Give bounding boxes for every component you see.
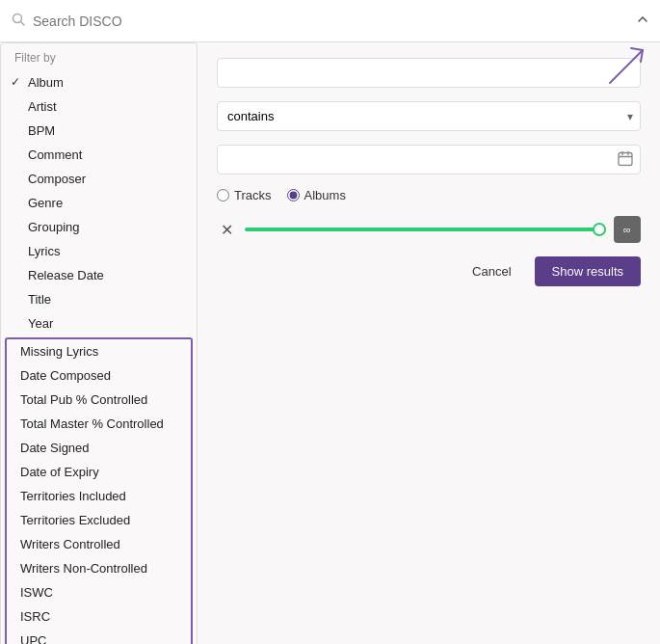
action-row: Cancel Show results — [217, 256, 641, 286]
filter-select-1[interactable]: contains is is not — [217, 101, 641, 131]
menu-item-date-expiry[interactable]: Date of Expiry — [7, 460, 191, 484]
menu-item-total-pub[interactable]: Total Pub % Controlled — [7, 388, 191, 412]
menu-item-writers-non-controlled[interactable]: Writers Non-Controlled — [7, 556, 191, 580]
menu-item-genre[interactable]: Genre — [1, 191, 197, 215]
menu-item-composer[interactable]: Composer — [1, 167, 197, 191]
range-end-label: ∞ — [623, 224, 631, 235]
radio-tracks[interactable] — [217, 189, 229, 201]
menu-item-year[interactable]: Year — [1, 311, 197, 335]
close-button[interactable]: ✕ — [217, 221, 237, 239]
search-input[interactable] — [33, 13, 648, 29]
slider-row: ✕ ∞ — [217, 216, 641, 243]
menu-item-title[interactable]: Title — [1, 287, 197, 311]
svg-rect-3 — [619, 152, 632, 165]
menu-item-missing-lyrics[interactable]: Missing Lyrics — [7, 339, 191, 363]
menu-boxed-section: Missing Lyrics Date Composed Total Pub %… — [5, 337, 193, 644]
main-container: Filter by Album Artist BPM Comment Compo… — [0, 0, 660, 644]
radio-albums[interactable] — [287, 189, 300, 201]
menu-item-album[interactable]: Album — [1, 70, 197, 94]
date-input-wrapper — [217, 145, 641, 174]
select-wrapper-1: contains is is not — [217, 101, 641, 131]
search-icon — [12, 13, 25, 29]
dropdown-menu: Filter by Album Artist BPM Comment Compo… — [0, 42, 198, 644]
menu-item-grouping[interactable]: Grouping — [1, 215, 197, 239]
range-end-icon[interactable]: ∞ — [614, 216, 641, 243]
filter-by-label: Filter by — [1, 43, 197, 70]
search-bar — [0, 0, 660, 42]
menu-item-upc[interactable]: UPC — [7, 629, 191, 644]
filter-row-3 — [217, 145, 641, 174]
calendar-icon[interactable] — [618, 150, 633, 169]
panel-area: Filter by Album Artist BPM Comment Compo… — [0, 42, 660, 644]
menu-item-total-master[interactable]: Total Master % Controlled — [7, 412, 191, 436]
date-input[interactable] — [217, 145, 641, 174]
menu-item-territories-included[interactable]: Territories Included — [7, 484, 191, 508]
menu-item-artist[interactable]: Artist — [1, 94, 197, 119]
radio-tracks-text: Tracks — [234, 188, 272, 202]
filter-text-input-1[interactable] — [217, 58, 641, 88]
menu-item-isrc[interactable]: ISRC — [7, 604, 191, 629]
menu-item-date-composed[interactable]: Date Composed — [7, 363, 191, 388]
radio-albums-text: Albums — [304, 188, 346, 202]
right-content: contains is is not — [198, 42, 660, 644]
menu-item-territories-excluded[interactable]: Territories Excluded — [7, 508, 191, 532]
menu-item-comment[interactable]: Comment — [1, 143, 197, 167]
radio-albums-label[interactable]: Albums — [287, 188, 346, 202]
radio-tracks-label[interactable]: Tracks — [217, 188, 272, 202]
expand-button[interactable] — [635, 12, 650, 31]
cancel-button[interactable]: Cancel — [461, 257, 522, 285]
menu-item-date-signed[interactable]: Date Signed — [7, 436, 191, 460]
menu-item-bpm[interactable]: BPM — [1, 119, 197, 143]
menu-item-lyrics[interactable]: Lyrics — [1, 239, 197, 263]
filter-row-2: contains is is not — [217, 101, 641, 131]
svg-line-1 — [21, 22, 25, 26]
menu-item-writers-controlled[interactable]: Writers Controlled — [7, 532, 191, 556]
menu-top-section: Album Artist BPM Comment Composer Genre … — [1, 70, 197, 335]
menu-item-iswc[interactable]: ISWC — [7, 580, 191, 604]
slider-track — [245, 228, 606, 231]
show-results-button[interactable]: Show results — [535, 256, 641, 286]
filter-row-1 — [217, 58, 641, 88]
menu-item-release-date[interactable]: Release Date — [1, 263, 197, 287]
radio-group: Tracks Albums — [217, 188, 641, 202]
slider-thumb[interactable] — [593, 223, 606, 236]
